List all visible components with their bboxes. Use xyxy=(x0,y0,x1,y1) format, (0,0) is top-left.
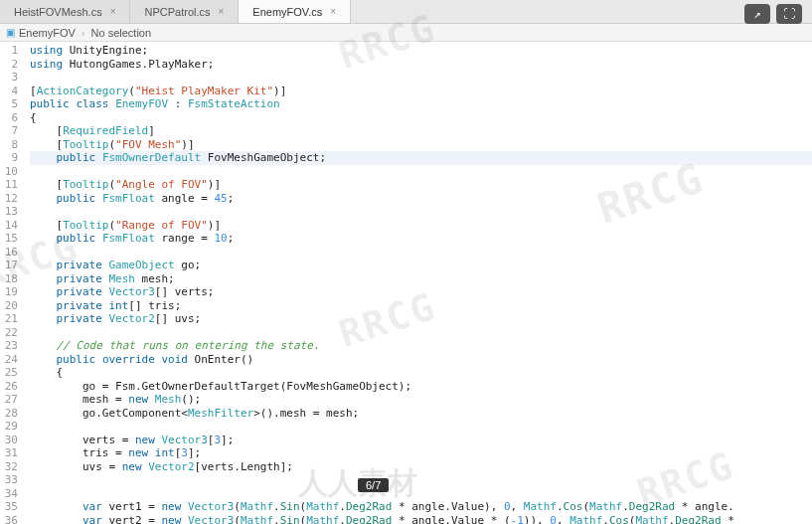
line-number: 7 xyxy=(4,124,18,138)
line-number: 2 xyxy=(4,58,18,72)
line-number: 14 xyxy=(4,219,18,233)
code-line[interactable]: private Vector2[] uvs; xyxy=(30,312,812,326)
breadcrumb-root[interactable]: EnemyFOV xyxy=(19,27,76,39)
code-line[interactable]: tris = new int[3]; xyxy=(30,446,812,460)
code-line[interactable]: public override void OnEnter() xyxy=(30,353,812,367)
code-line[interactable]: [Tooltip("Angle of FOV")] xyxy=(30,178,812,192)
code-line[interactable]: verts = new Vector3[3]; xyxy=(30,434,812,447)
line-number: 3 xyxy=(4,71,18,85)
tab-label: NPCPatrol.cs xyxy=(144,6,210,18)
code-line[interactable]: var vert2 = new Vector3(Mathf.Sin(Mathf.… xyxy=(30,514,812,525)
code-line[interactable]: var vert1 = new Vector3(Mathf.Sin(Mathf.… xyxy=(30,500,812,514)
tab-npcpatrol-cs[interactable]: NPCPatrol.cs× xyxy=(130,0,239,23)
line-number: 8 xyxy=(4,138,18,152)
line-number: 31 xyxy=(4,446,18,460)
line-number: 21 xyxy=(4,312,18,326)
tab-bar: HeistFOVMesh.cs×NPCPatrol.cs×EnemyFOV.cs… xyxy=(0,0,812,24)
code-line[interactable]: go.GetComponent<MeshFilter>().mesh = mes… xyxy=(30,407,812,421)
close-icon[interactable]: × xyxy=(330,6,336,17)
breadcrumb-current[interactable]: No selection xyxy=(91,27,152,39)
line-number: 17 xyxy=(4,259,18,272)
line-number: 15 xyxy=(4,232,18,246)
line-number: 1 xyxy=(4,44,18,58)
code-line[interactable]: public FsmFloat angle = 45; xyxy=(30,192,812,206)
code-line[interactable]: private Vector3[] verts; xyxy=(30,285,812,299)
line-number: 11 xyxy=(4,178,18,192)
tab-heistfovmesh-cs[interactable]: HeistFOVMesh.cs× xyxy=(0,0,130,23)
line-number: 24 xyxy=(4,353,18,367)
code-line[interactable]: using UnityEngine; xyxy=(30,44,812,58)
share-button[interactable]: ↗ xyxy=(744,4,770,24)
tab-label: EnemyFOV.cs xyxy=(252,6,322,18)
code-line[interactable]: [ActionCategory("Heist PlayMaker Kit")] xyxy=(30,85,812,98)
line-number: 29 xyxy=(4,420,18,434)
breadcrumb-bar: ▣ EnemyFOV › No selection xyxy=(0,24,812,42)
line-number: 33 xyxy=(4,473,18,487)
code-line[interactable]: [RequiredField] xyxy=(30,124,812,138)
code-line[interactable]: go = Fsm.GetOwnerDefaultTarget(FovMeshGa… xyxy=(30,380,812,394)
page-badge: 6/7 xyxy=(358,478,389,492)
close-icon[interactable]: × xyxy=(219,6,225,17)
line-number: 30 xyxy=(4,434,18,447)
code-line[interactable]: [Tooltip("FOV Mesh")] xyxy=(30,138,812,152)
breadcrumb-sep: › xyxy=(81,27,85,39)
code-line[interactable]: mesh = new Mesh(); xyxy=(30,393,812,407)
code-area[interactable]: using UnityEngine;using HutongGames.Play… xyxy=(26,42,812,524)
line-number: 18 xyxy=(4,272,18,286)
line-number: 35 xyxy=(4,500,18,514)
code-line[interactable]: private int[] tris; xyxy=(30,299,812,313)
code-line[interactable] xyxy=(30,205,812,219)
line-number: 10 xyxy=(4,165,18,179)
line-number: 32 xyxy=(4,460,18,474)
line-number: 19 xyxy=(4,285,18,299)
code-line[interactable] xyxy=(30,473,812,487)
line-number: 12 xyxy=(4,192,18,206)
code-line[interactable] xyxy=(30,326,812,340)
top-buttons: ↗ ⛶ xyxy=(744,4,802,24)
class-icon: ▣ xyxy=(6,27,15,38)
line-number: 6 xyxy=(4,111,18,125)
line-number: 20 xyxy=(4,299,18,313)
code-line[interactable] xyxy=(30,420,812,434)
line-number: 34 xyxy=(4,487,18,501)
code-line[interactable] xyxy=(30,246,812,260)
code-line[interactable]: uvs = new Vector2[verts.Length]; xyxy=(30,460,812,474)
code-line[interactable] xyxy=(30,487,812,501)
line-number: 9 xyxy=(4,151,18,165)
line-number: 13 xyxy=(4,205,18,219)
code-line[interactable]: using HutongGames.PlayMaker; xyxy=(30,58,812,72)
tab-label: HeistFOVMesh.cs xyxy=(14,6,102,18)
code-line[interactable]: public FsmFloat range = 10; xyxy=(30,232,812,246)
code-line[interactable]: { xyxy=(30,366,812,380)
code-line[interactable]: [Tooltip("Range of FOV")] xyxy=(30,219,812,233)
line-gutter: 1234567891011121314151617181920212223242… xyxy=(0,42,26,524)
line-number: 27 xyxy=(4,393,18,407)
code-line[interactable] xyxy=(30,71,812,85)
line-number: 26 xyxy=(4,380,18,394)
line-number: 4 xyxy=(4,85,18,98)
close-icon[interactable]: × xyxy=(110,6,116,17)
line-number: 16 xyxy=(4,246,18,260)
line-number: 36 xyxy=(4,514,18,525)
code-line[interactable]: private GameObject go; xyxy=(30,259,812,272)
code-editor[interactable]: 1234567891011121314151617181920212223242… xyxy=(0,42,812,524)
code-line[interactable] xyxy=(30,165,812,179)
code-line[interactable]: // Code that runs on entering the state. xyxy=(30,339,812,353)
code-line[interactable]: public FsmOwnerDefault FovMeshGameObject… xyxy=(30,151,812,165)
code-line[interactable]: private Mesh mesh; xyxy=(30,272,812,286)
line-number: 22 xyxy=(4,326,18,340)
code-line[interactable]: { xyxy=(30,111,812,125)
line-number: 28 xyxy=(4,407,18,421)
tab-enemyfov-cs[interactable]: EnemyFOV.cs× xyxy=(239,0,351,23)
code-line[interactable]: public class EnemyFOV : FsmStateAction xyxy=(30,97,812,111)
line-number: 25 xyxy=(4,366,18,380)
line-number: 23 xyxy=(4,339,18,353)
line-number: 5 xyxy=(4,97,18,111)
fullscreen-button[interactable]: ⛶ xyxy=(776,4,802,24)
